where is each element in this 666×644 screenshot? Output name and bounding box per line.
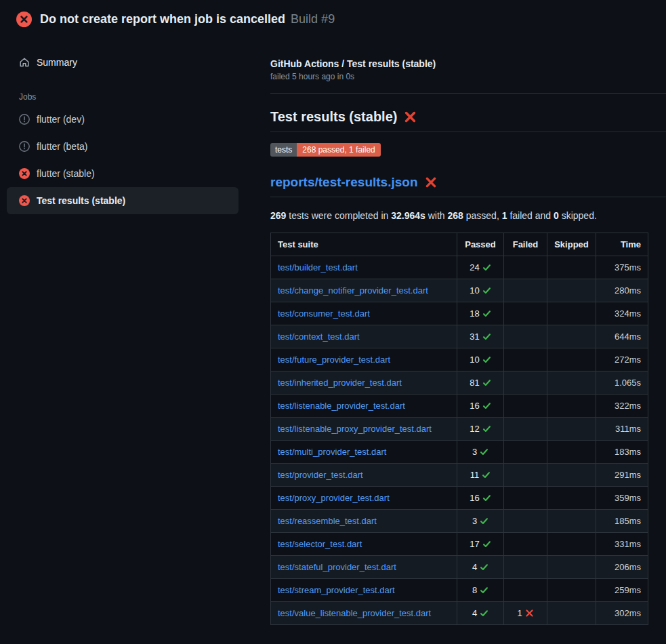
test-suite-link[interactable]: test/builder_test.dart — [278, 262, 358, 273]
check-icon — [480, 262, 491, 273]
passed-count: 10 — [470, 285, 479, 296]
test-suite-link[interactable]: test/inherited_provider_test.dart — [278, 378, 402, 388]
table-row: test/listenable_provider_test.dart16 322… — [271, 395, 648, 418]
summary-fragment: failed and — [507, 210, 554, 221]
passed-count-cell: 11 — [457, 464, 504, 487]
test-suite-link[interactable]: test/multi_provider_test.dart — [278, 447, 386, 457]
failed-count: 1 — [517, 608, 522, 618]
time-cell: 322ms — [596, 395, 648, 418]
skipped-count-cell — [547, 533, 596, 556]
failed-circle-icon — [19, 168, 30, 179]
column-header-passed: Passed — [457, 233, 504, 256]
test-suite-link[interactable]: test/consumer_test.dart — [278, 308, 370, 319]
test-suite-link[interactable]: test/reassemble_test.dart — [278, 516, 377, 526]
check-icon — [480, 308, 491, 319]
failed-count-cell — [504, 487, 547, 510]
test-suite-link[interactable]: test/change_notifier_provider_test.dart — [278, 285, 428, 296]
passed-count: 18 — [470, 308, 479, 319]
passed-count: 12 — [470, 424, 479, 434]
passed-count-cell: 17 — [457, 533, 504, 556]
summary-fragment: 0 — [554, 210, 559, 221]
skipped-count-cell — [547, 441, 596, 464]
time-cell: 185ms — [596, 510, 648, 533]
passed-count: 16 — [470, 401, 479, 411]
passed-count: 81 — [470, 378, 479, 388]
sidebar-item-test-results-stable[interactable]: Test results (stable) — [7, 187, 238, 214]
skipped-count-cell — [547, 348, 596, 371]
test-suite-cell: test/stream_provider_test.dart — [271, 579, 457, 602]
column-header-skipped: Skipped — [547, 233, 596, 256]
test-suite-link[interactable]: test/listenable_proxy_provider_test.dart — [278, 424, 432, 434]
table-row: test/context_test.dart31 644ms — [271, 325, 648, 348]
test-suite-link[interactable]: test/context_test.dart — [278, 331, 360, 342]
passed-count-cell: 16 — [457, 395, 504, 418]
check-icon — [480, 378, 491, 388]
skipped-count-cell — [547, 487, 596, 510]
test-suite-cell: test/inherited_provider_test.dart — [271, 371, 457, 395]
table-row: test/selector_test.dart17 331ms — [271, 533, 648, 556]
failed-count-cell — [504, 510, 547, 533]
passed-count-cell: 16 — [457, 487, 504, 510]
failed-x-icon — [404, 110, 417, 123]
table-row: test/reassemble_test.dart3 185ms — [271, 510, 648, 533]
sidebar-item-flutter-stable[interactable]: flutter (stable) — [7, 160, 238, 187]
report-file-link[interactable]: reports/test-results.json — [270, 175, 418, 190]
passed-count: 31 — [470, 331, 479, 342]
table-row: test/future_provider_test.dart10 272ms — [271, 348, 648, 371]
failed-count-cell: 1 — [504, 602, 547, 625]
passed-count: 17 — [470, 539, 479, 549]
table-row: test/provider_test.dart11 291ms — [271, 464, 648, 487]
time-cell: 359ms — [596, 487, 648, 510]
skipped-count-cell — [547, 256, 596, 279]
passed-count: 24 — [470, 262, 479, 273]
passed-count-cell: 4 — [457, 556, 504, 579]
failed-count-cell — [504, 371, 547, 395]
test-suite-link[interactable]: test/stream_provider_test.dart — [278, 585, 395, 595]
time-cell: 375ms — [596, 256, 648, 279]
sidebar-item-flutter-dev[interactable]: flutter (dev) — [7, 106, 238, 133]
table-header-row: Test suite Passed Failed Skipped Time — [271, 233, 648, 256]
test-suite-link[interactable]: test/stateful_provider_test.dart — [278, 562, 396, 572]
check-icon — [477, 608, 488, 618]
table-row: test/consumer_test.dart18 324ms — [271, 302, 648, 325]
test-suite-link[interactable]: test/selector_test.dart — [278, 539, 362, 549]
page-title: Do not create report when job is cancell… — [40, 12, 285, 26]
skipped-count-cell — [547, 325, 596, 348]
test-suite-cell: test/multi_provider_test.dart — [271, 441, 457, 464]
breadcrumb: GitHub Actions / Test results (stable) — [270, 58, 666, 69]
test-suite-link[interactable]: test/provider_test.dart — [278, 470, 363, 480]
sidebar: Summary Jobs flutter (dev) flutter (beta… — [0, 38, 257, 214]
failed-count-cell — [504, 418, 547, 441]
test-suite-cell: test/context_test.dart — [271, 325, 457, 348]
test-suite-link[interactable]: test/value_listenable_provider_test.dart — [278, 608, 431, 618]
job-results-page: Do not create report when job is cancell… — [0, 0, 666, 644]
test-suite-link[interactable]: test/future_provider_test.dart — [278, 355, 390, 365]
passed-count-cell: 3 — [457, 510, 504, 533]
check-icon — [477, 585, 488, 595]
passed-count-cell: 18 — [457, 302, 504, 325]
skipped-count-cell — [547, 418, 596, 441]
summary-fragment: passed, — [463, 210, 502, 221]
time-cell: 291ms — [596, 464, 648, 487]
test-suite-link[interactable]: test/listenable_provider_test.dart — [278, 401, 405, 411]
time-cell: 183ms — [596, 441, 648, 464]
test-suite-cell: test/builder_test.dart — [271, 256, 457, 279]
sidebar-item-summary[interactable]: Summary — [7, 52, 238, 73]
check-icon — [480, 493, 491, 503]
test-suite-cell: test/stateful_provider_test.dart — [271, 556, 457, 579]
failed-count-cell — [504, 395, 547, 418]
sidebar-item-flutter-beta[interactable]: flutter (beta) — [7, 133, 238, 160]
job-label: flutter (beta) — [37, 141, 87, 152]
summary-fragment: 32.964s — [391, 210, 425, 221]
check-icon — [480, 355, 491, 365]
neutral-status-icon — [19, 141, 30, 152]
skipped-count-cell — [547, 602, 596, 625]
time-cell: 302ms — [596, 602, 648, 625]
passed-count: 16 — [470, 493, 479, 503]
check-icon — [480, 285, 491, 296]
failed-x-icon — [425, 176, 438, 189]
test-suite-cell: test/reassemble_test.dart — [271, 510, 457, 533]
main-content: GitHub Actions / Test results (stable) f… — [270, 38, 666, 625]
test-suite-cell: test/consumer_test.dart — [271, 302, 457, 325]
test-suite-link[interactable]: test/proxy_provider_test.dart — [278, 493, 390, 503]
